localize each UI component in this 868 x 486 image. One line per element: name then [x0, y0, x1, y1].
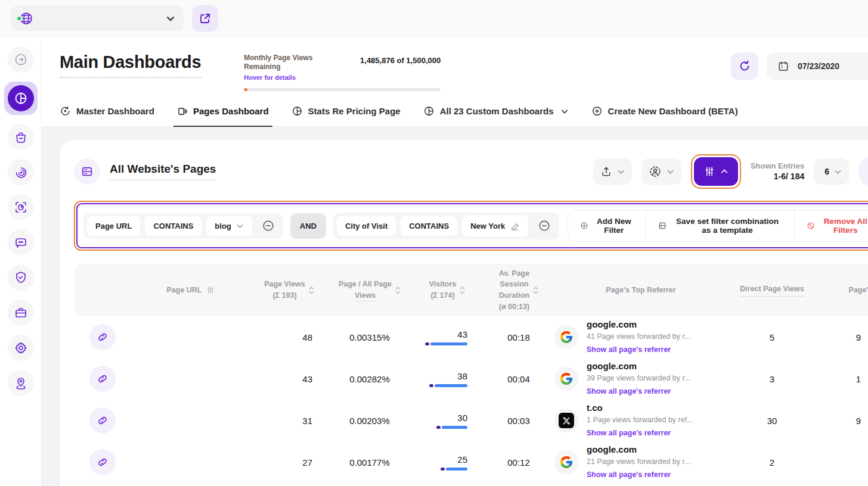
visitors-value: 43: [457, 329, 467, 339]
referrer-subtext: 41 Page views forwarded by r...: [587, 331, 690, 342]
ratio-cell: 0.00177%: [328, 457, 411, 468]
header-sublabel: (Σ 193): [272, 291, 296, 300]
page-link-icon[interactable]: [89, 449, 116, 475]
header-page-url[interactable]: Page URL: [131, 285, 250, 296]
sidebar-item-recordings[interactable]: [8, 194, 34, 220]
tab-stats-re-pricing[interactable]: Stats Re Pricing Page: [292, 105, 401, 126]
chevron-down-icon: [617, 168, 625, 176]
tab-pages-dashboard[interactable]: Pages Dashboard: [177, 105, 269, 126]
export-button[interactable]: [593, 158, 632, 185]
tab-custom-dashboards[interactable]: All 23 Custom Dashboards: [423, 105, 569, 126]
sliders-icon: [703, 166, 715, 177]
visitors-bar: [436, 426, 467, 429]
page-link-icon[interactable]: [89, 324, 116, 350]
pagination-next-button[interactable]: [858, 155, 868, 188]
show-all-referrer-link[interactable]: Show all page's referrer: [587, 345, 671, 354]
add-new-filter-button[interactable]: Add New Filter: [568, 210, 645, 241]
table-row: 43 0.00282% 38 00:04 google.com 39 Page …: [74, 358, 868, 400]
tab-label: Create New Dashboard (BETA): [608, 106, 738, 116]
tab-create-new-dashboard[interactable]: Create New Dashboard (BETA): [591, 105, 738, 126]
sidebar-item-dashboards[interactable]: [4, 82, 38, 115]
header-direct-page-views[interactable]: Direct Page Views: [727, 284, 817, 297]
show-all-referrer-link[interactable]: Show all page's referrer: [587, 471, 671, 479]
dashboards-active-circle: [8, 85, 34, 111]
chevron-down-icon: [834, 168, 842, 176]
chat-bubble-icon: [14, 235, 28, 250]
tab-master-dashboard[interactable]: Master Dashboard: [60, 105, 154, 126]
website-selector[interactable]: [11, 6, 184, 31]
shield-check-icon: [14, 270, 28, 285]
sidebar-item-visitors[interactable]: [8, 124, 34, 150]
direct-page-views-cell: 3: [727, 374, 817, 384]
date-range-picker[interactable]: 07/23/2020: [767, 52, 868, 80]
referrer-domain: google.com: [587, 360, 690, 373]
sidebar-item-privacy[interactable]: [8, 264, 34, 291]
header-label: Direct Page Views: [740, 284, 804, 297]
referrer-cell: t.co 1 Page views forwarded by ref... Sh…: [554, 401, 727, 439]
content-area: All Website's Pages: [42, 127, 868, 486]
visitors-value: 38: [457, 371, 467, 381]
chevron-down-icon: [560, 107, 569, 116]
refresh-button[interactable]: [731, 52, 758, 80]
open-website-button[interactable]: [192, 5, 218, 32]
referrer-subtext: 1 Page views forwarded by ref...: [587, 415, 693, 425]
filter-2-remove-button[interactable]: [533, 219, 556, 232]
show-all-referrer-link[interactable]: Show all page's referrer: [587, 387, 671, 395]
segments-button[interactable]: [641, 158, 681, 185]
filter-1-field[interactable]: Page URL: [87, 216, 140, 236]
sort-icon[interactable]: [460, 286, 465, 294]
page-link-icon[interactable]: [89, 366, 116, 392]
visitors-cell: 30: [411, 413, 483, 429]
shown-entries-value: 1-6/ 184: [751, 171, 804, 182]
sidebar-item-company[interactable]: [8, 300, 34, 326]
page-size-select[interactable]: 6: [814, 158, 849, 185]
shown-entries-label: Shown Entries: [751, 161, 804, 172]
table-header-row: Page URL Page Views(Σ 193) Page / All Pa…: [74, 264, 868, 316]
quota-details-link[interactable]: Hover for details: [244, 74, 296, 81]
filter-joiner-chip[interactable]: AND: [290, 213, 326, 239]
minus-circle-icon: [538, 219, 551, 232]
session-camera-icon: [14, 200, 28, 214]
filter-1-value[interactable]: blog: [206, 216, 252, 236]
sidebar-item-settings[interactable]: [8, 335, 34, 361]
visitors-cell: 43: [411, 329, 483, 345]
show-all-referrer-link[interactable]: Show all page's referrer: [587, 429, 671, 437]
sliders-icon: [206, 285, 215, 295]
sort-icon[interactable]: [309, 286, 314, 294]
shown-entries: Shown Entries 1-6/ 184: [751, 161, 804, 182]
gear-icon: [14, 341, 28, 355]
tab-label: All 23 Custom Dashboards: [440, 106, 554, 116]
clipped-cell: 9: [817, 332, 868, 342]
referrer-domain: google.com: [587, 443, 690, 456]
sidebar-item-collapse[interactable]: [8, 46, 34, 73]
filter-2-field[interactable]: City of Visit: [337, 216, 396, 236]
refresh-icon: [738, 60, 751, 73]
visitors-cell: 25: [411, 454, 483, 471]
sort-icon[interactable]: [533, 286, 538, 294]
filter-1-remove-button[interactable]: [257, 219, 280, 232]
save-filter-template-button[interactable]: Save set filter combination as a templat…: [646, 210, 795, 241]
filter-1-group: Page URL CONTAINS blog: [83, 213, 283, 239]
header-session-duration[interactable]: Av. PageSessionDuration(ø 00:13): [483, 268, 554, 313]
sidebar-item-behaviour[interactable]: [8, 159, 34, 185]
table-row: 31 0.00203% 30 00:03 t.co 1 Page views f…: [74, 400, 868, 441]
visitors-bar: [429, 384, 467, 387]
sidebar-item-communication[interactable]: [8, 229, 34, 256]
header-page-all-page-views[interactable]: Page / All PageViews: [328, 279, 411, 301]
page-link-icon[interactable]: [89, 407, 116, 434]
sidebar-item-location[interactable]: [8, 370, 34, 396]
sort-icon[interactable]: [395, 286, 401, 294]
filter-2-value[interactable]: New York: [462, 216, 528, 236]
page-views-cell: 43: [250, 374, 328, 384]
filter-2-value-text: New York: [470, 222, 505, 230]
remove-all-filters-button[interactable]: Remove All Filters: [794, 210, 868, 241]
filter-toggle-button[interactable]: [694, 157, 738, 186]
header-page-views[interactable]: Page Views(Σ 193): [250, 279, 328, 301]
header-label: Page Views: [264, 280, 305, 288]
filter-2-operator[interactable]: CONTAINS: [401, 216, 457, 236]
chevron-down-icon: [166, 14, 175, 23]
header-visitors[interactable]: Visitors(Σ 174): [411, 279, 483, 301]
pie-dashboard-icon: [14, 91, 28, 105]
filter-1-operator[interactable]: CONTAINS: [145, 216, 202, 236]
calendar-icon: [777, 60, 789, 72]
